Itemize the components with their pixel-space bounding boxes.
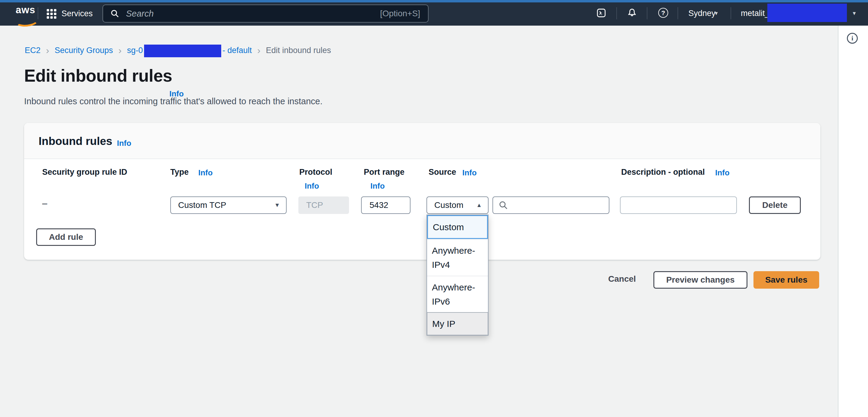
sg-id-prefix: sg-0 <box>127 46 143 55</box>
aws-smile-icon <box>14 14 39 28</box>
source-option-custom[interactable]: Custom <box>427 215 488 239</box>
source-option-my-ip[interactable]: My IP <box>427 312 488 335</box>
source-option-anywhere-ipv6[interactable]: Anywhere-IPv6 <box>427 276 488 313</box>
chevron-right-icon: › <box>118 46 122 55</box>
cloudshell-icon[interactable] <box>596 8 607 18</box>
topbar-divider <box>678 7 678 19</box>
breadcrumb-ec2[interactable]: EC2 <box>25 46 41 55</box>
top-accent-strip <box>0 0 868 2</box>
page-title: Edit inbound rules <box>24 66 172 86</box>
column-header-protocol: Protocol <box>299 167 333 177</box>
search-placeholder: Search <box>126 9 380 19</box>
aws-logo-text: aws <box>16 5 37 14</box>
global-search-input[interactable]: Search [Option+S] <box>102 4 429 23</box>
save-rules-button[interactable]: Save rules <box>753 271 819 289</box>
column-header-rule-id: Security group rule ID <box>42 167 127 177</box>
cancel-button[interactable]: Cancel <box>608 274 636 284</box>
protocol-field-disabled: TCP <box>299 196 349 214</box>
inbound-rules-card: Inbound rules Info Security group rule I… <box>24 123 820 260</box>
source-info-link[interactable]: Info <box>462 168 477 178</box>
card-header <box>24 123 820 159</box>
services-menu[interactable]: Services <box>61 9 93 19</box>
caret-down-icon: ▼ <box>714 10 719 17</box>
breadcrumb-security-groups[interactable]: Security Groups <box>55 46 113 55</box>
caret-down-icon[interactable]: ▼ <box>852 10 857 17</box>
source-search-input[interactable] <box>493 196 610 214</box>
info-circle-icon[interactable]: i <box>847 33 858 44</box>
search-icon <box>110 9 119 18</box>
sg-id-suffix: - default <box>222 46 252 55</box>
port-range-info-link[interactable]: Info <box>370 181 385 191</box>
source-select-value: Custom <box>434 200 463 210</box>
type-select[interactable]: Custom TCP ▼ <box>170 196 287 214</box>
topbar-divider <box>731 7 731 19</box>
column-header-port-range: Port range <box>364 167 404 177</box>
port-range-value: 5432 <box>370 200 388 210</box>
type-info-link[interactable]: Info <box>198 168 213 178</box>
source-option-anywhere-ipv4[interactable]: Anywhere-IPv4 <box>427 239 488 276</box>
right-tools-panel: i <box>838 26 868 417</box>
type-select-value: Custom TCP <box>178 200 226 210</box>
account-menu[interactable]: metalit_ <box>741 9 770 18</box>
card-title: Inbound rules <box>38 135 113 148</box>
magnifier-icon <box>498 200 508 210</box>
aws-logo[interactable]: aws <box>16 5 37 22</box>
search-shortcut-hint: [Option+S] <box>380 9 420 19</box>
source-select[interactable]: Custom ▲ <box>427 196 489 214</box>
delete-button[interactable]: Delete <box>749 196 801 214</box>
account-redaction-box <box>767 4 847 22</box>
topbar-divider <box>647 7 647 19</box>
preview-changes-button[interactable]: Preview changes <box>653 271 747 289</box>
chevron-right-icon: › <box>257 46 261 55</box>
port-range-input[interactable]: 5432 <box>361 196 410 214</box>
chevron-right-icon: › <box>45 46 50 55</box>
card-divider <box>24 159 820 159</box>
breadcrumb: EC2 › Security Groups › sg-0 - default ›… <box>25 44 331 57</box>
column-header-description: Description - optional <box>621 167 705 177</box>
source-dropdown-menu: Custom Anywhere-IPv4 Anywhere-IPv6 My IP <box>427 215 489 335</box>
protocol-info-link[interactable]: Info <box>305 181 319 191</box>
column-header-type: Type <box>170 167 189 177</box>
help-icon[interactable]: ? <box>658 8 668 18</box>
select-caret-down-icon: ▼ <box>274 202 280 208</box>
topbar-divider <box>616 7 617 19</box>
bell-icon[interactable] <box>627 8 637 18</box>
select-caret-up-icon: ▲ <box>476 202 482 208</box>
sg-id-redaction-box <box>144 44 221 57</box>
column-header-source: Source <box>429 167 456 177</box>
add-rule-button[interactable]: Add rule <box>36 228 96 246</box>
rule-id-value: – <box>42 198 47 208</box>
top-navigation-bar: aws Services Search [Option+S] ? Sydney … <box>0 0 868 26</box>
page-subtitle: Inbound rules control the incoming traff… <box>24 96 322 106</box>
breadcrumb-current: Edit inbound rules <box>266 46 331 55</box>
topbar-divider <box>38 7 38 19</box>
services-grid-icon[interactable] <box>47 9 56 19</box>
card-title-info-link[interactable]: Info <box>117 138 131 148</box>
breadcrumb-security-group-id[interactable]: sg-0 - default <box>127 44 252 57</box>
description-info-link[interactable]: Info <box>715 168 730 178</box>
region-selector[interactable]: Sydney <box>688 9 715 18</box>
aws-console-screen: aws Services Search [Option+S] ? Sydney … <box>0 0 868 417</box>
description-input[interactable] <box>620 196 737 214</box>
